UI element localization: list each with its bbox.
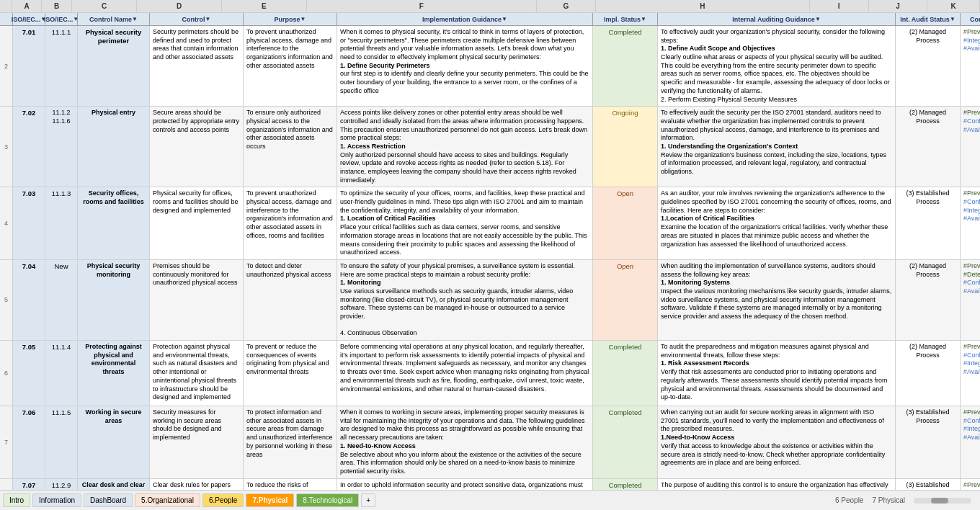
cell-iso-2013: 11.1.3 xyxy=(45,187,78,259)
cell-iso-2013: 11.1.1 xyxy=(45,26,78,106)
filter-f[interactable]: Implementation Guidance ▼ xyxy=(337,13,593,25)
filter-a[interactable]: ISO/IEC... ▼ xyxy=(13,13,45,25)
row-number: 8 xyxy=(0,479,13,490)
filter-d[interactable]: Control ▼ xyxy=(150,13,244,25)
row-number: 3 xyxy=(0,107,13,187)
col-c-letter: C xyxy=(72,0,138,12)
data-scroll-area[interactable]: 2 7.01 11.1.1 Physical security perimete… xyxy=(0,26,980,490)
cell-purpose: To prevent unauthorized physical access,… xyxy=(244,187,337,259)
scrollbar-indicator[interactable] xyxy=(914,498,971,504)
filter-h[interactable]: Internal Auditing Guidance ▼ xyxy=(658,13,896,25)
cell-iso-2022: 7.07 xyxy=(13,479,45,490)
cell-impl-status: Completed xyxy=(593,406,658,478)
cell-control-type: #Preventive#Conf#Integ#Avail xyxy=(961,187,980,259)
cell-purpose: To prevent or reduce the consequences of… xyxy=(244,341,337,406)
cell-control: Premises should be continuously monitore… xyxy=(150,260,244,340)
cell-iso-2022: 7.01 xyxy=(13,26,45,106)
col-i-letter: I xyxy=(810,0,869,12)
cell-control-type: #Preventive#Integ#Avail xyxy=(961,26,980,106)
cell-impl-status: Completed xyxy=(593,26,658,106)
cell-impl-status: Ongoing xyxy=(593,107,658,187)
cell-control-name: Clear desk and clear screen xyxy=(78,479,150,490)
col-j-letter: J xyxy=(869,0,928,12)
tab-add[interactable]: + xyxy=(361,493,375,507)
tab-information[interactable]: Information xyxy=(32,493,81,507)
col-k-letter: K xyxy=(927,0,980,12)
cell-impl-status: Open xyxy=(593,187,658,259)
cell-control-type: #Preventive#Conf#Avail xyxy=(961,107,980,187)
col-h-letter: H xyxy=(596,0,810,12)
cell-control: Security measures for working in secure … xyxy=(150,406,244,478)
cell-iso-2022: 7.02 xyxy=(13,107,45,187)
cell-iso-2022: 7.04 xyxy=(13,260,45,340)
cell-iso-2013: 11.1.211.1.6 xyxy=(45,107,78,187)
tab-organizational[interactable]: 5.Organizational xyxy=(135,493,200,507)
cell-iso-2022: 7.06 xyxy=(13,406,45,478)
cell-control-type: #Preventive#Conf xyxy=(961,479,980,490)
cell-audit-status: (2) Managed Process xyxy=(896,26,961,106)
table-row: 5 7.04 New Physical security monitoring … xyxy=(0,260,980,341)
cell-purpose: To prevent unauthorized physical access,… xyxy=(244,26,337,106)
cell-control-type: #Preventive#Detective#Conf#Avail xyxy=(961,260,980,340)
cell-purpose: To protect information and other associa… xyxy=(244,406,337,478)
row-number: 7 xyxy=(0,406,13,478)
col-f-letter: F xyxy=(307,0,538,12)
table-row: 4 7.03 11.1.3 Security offices, rooms an… xyxy=(0,187,980,260)
cell-audit-status: (3) Established Process xyxy=(896,187,961,259)
table-row: 3 7.02 11.1.211.1.6 Physical entry Secur… xyxy=(0,107,980,187)
cell-control-name: Working in secure areas xyxy=(78,406,150,478)
cell-impl-guidance: When it comes to working in secure areas… xyxy=(337,406,593,478)
cell-control-name: Protecting against physical and environm… xyxy=(78,341,150,406)
col-b-letter: B xyxy=(42,0,71,12)
cell-impl-status: Completed xyxy=(593,479,658,490)
cell-control-name: Physical security monitoring xyxy=(78,260,150,340)
table-row: 2 7.01 11.1.1 Physical security perimete… xyxy=(0,26,980,107)
filter-j[interactable]: Control Type ▼ xyxy=(961,13,980,25)
tab-intro[interactable]: Intro xyxy=(3,493,30,507)
filter-row: ISO/IEC... ▼ ISO/IEC... ▼ Control Name ▼… xyxy=(0,13,980,26)
tab-people[interactable]: 6.People xyxy=(202,493,244,507)
filter-e[interactable]: Purpose ▼ xyxy=(244,13,337,25)
spreadsheet-container: A B C D E F G H I J K ISO/IEC27002:2022 … xyxy=(0,0,980,510)
row-number: 2 xyxy=(0,26,13,106)
cell-audit-guidance: As an auditor, your role involves review… xyxy=(658,187,896,259)
cell-audit-status: (2) Managed Process xyxy=(896,260,961,340)
table-row: 6 7.05 11.1.4 Protecting against physica… xyxy=(0,341,980,406)
cell-iso-2013: 11.1.5 xyxy=(45,406,78,478)
cell-control-name: Physical entry xyxy=(78,107,150,187)
tab-dashboard[interactable]: DashBoard xyxy=(84,493,133,507)
filter-c[interactable]: Control Name ▼ xyxy=(78,13,150,25)
row-corner xyxy=(0,0,12,12)
cell-audit-status: (3) Established Process xyxy=(896,479,961,490)
cell-control-name: Physical security perimeter xyxy=(78,26,150,106)
cell-audit-guidance: The purpose of auditing this control is … xyxy=(658,479,896,490)
cell-iso-2022: 7.03 xyxy=(13,187,45,259)
cell-impl-guidance: When it comes to physical security, it's… xyxy=(337,26,593,106)
sheet-tab-bar: Intro Information DashBoard 5.Organizati… xyxy=(0,490,980,510)
cell-iso-2022: 7.05 xyxy=(13,341,45,406)
physical-count: 7 Physical xyxy=(872,496,905,504)
cell-iso-2013: New xyxy=(45,260,78,340)
bottom-status-area: 6 People 7 Physical xyxy=(835,496,971,504)
cell-control: Secure areas should be protected by appr… xyxy=(150,107,244,187)
col-e-letter: E xyxy=(222,0,307,12)
cell-impl-guidance: Before commencing vital operations at an… xyxy=(337,341,593,406)
filter-b[interactable]: ISO/IEC... ▼ xyxy=(45,13,78,25)
filter-i[interactable]: Int. Audit Status ▼ xyxy=(896,13,961,25)
cell-control: Clear desk rules for papers and removabl… xyxy=(150,479,244,490)
row-number: 6 xyxy=(0,341,13,406)
cell-purpose: To ensure only authorized physical acces… xyxy=(244,107,337,187)
cell-impl-status: Completed xyxy=(593,341,658,406)
filter-g[interactable]: Impl. Status ▼ xyxy=(593,13,658,25)
cell-audit-guidance: When auditing the implementation of surv… xyxy=(658,260,896,340)
table-row: 8 7.07 11.2.9 Clear desk and clear scree… xyxy=(0,479,980,490)
cell-impl-status: Open xyxy=(593,260,658,340)
cell-audit-guidance: To audit the preparedness and mitigation… xyxy=(658,341,896,406)
cell-control: Physical security for offices, rooms and… xyxy=(150,187,244,259)
cell-iso-2013: 11.1.4 xyxy=(45,341,78,406)
tab-technological[interactable]: 8.Technological xyxy=(296,493,359,507)
cell-impl-guidance: In order to uphold information security … xyxy=(337,479,593,490)
cell-control: Protection against physical and environm… xyxy=(150,341,244,406)
cell-control: Security perimeters should be defined an… xyxy=(150,26,244,106)
tab-physical[interactable]: 7.Physical xyxy=(246,493,294,507)
